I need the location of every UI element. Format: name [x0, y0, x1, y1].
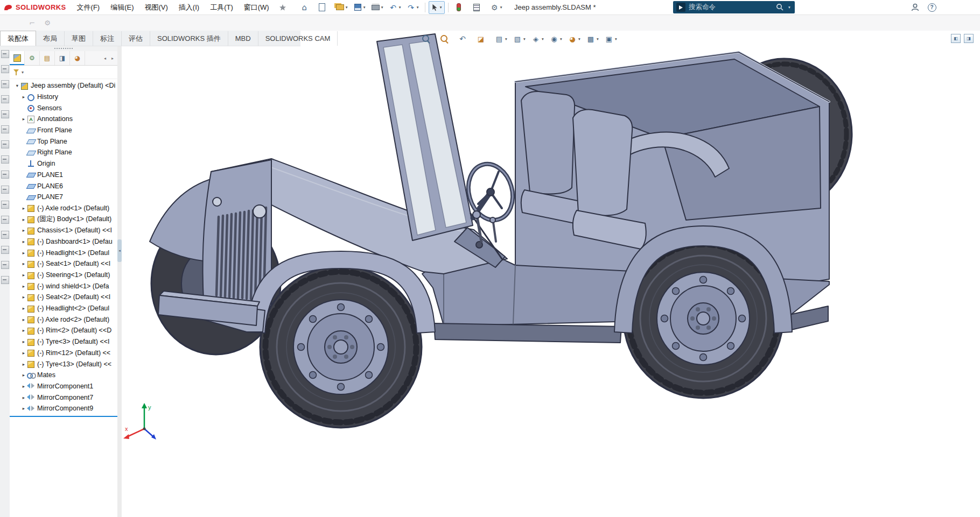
left-tool-icon[interactable]: [1, 65, 9, 73]
tree-item[interactable]: Origin: [10, 158, 117, 169]
zoom-area-icon[interactable]: [438, 33, 454, 44]
left-tool-icon[interactable]: [1, 216, 9, 224]
expand-arrow-icon[interactable]: [20, 328, 27, 333]
hide-show-items-icon[interactable]: [548, 33, 564, 44]
menu-item[interactable]: 工具(T): [205, 1, 239, 15]
undo-icon[interactable]: [387, 2, 404, 13]
new-document-icon[interactable]: [316, 2, 333, 13]
home-icon[interactable]: [298, 2, 315, 13]
display-manager-tab-icon[interactable]: [70, 51, 85, 65]
menu-item[interactable]: 窗口(W): [239, 1, 275, 15]
tree-item[interactable]: (-) Rim<2> (Default) <<D: [10, 325, 117, 336]
tree-item[interactable]: (固定) Body<1> (Default): [10, 214, 117, 225]
tree-item[interactable]: Sensors: [10, 102, 117, 114]
left-tool-icon[interactable]: [1, 110, 9, 118]
open-icon[interactable]: [334, 2, 351, 13]
collapse-pane-right-icon[interactable]: [964, 34, 974, 43]
tree-item[interactable]: (-) Dashboard<1> (Defau: [10, 236, 117, 247]
tree-item[interactable]: (-) Rim<12> (Default) <<: [10, 348, 117, 359]
collapse-pane-left-icon[interactable]: [951, 34, 961, 43]
account-button[interactable]: [910, 2, 920, 12]
tree-item[interactable]: (-) Headlight<1> (Defaul: [10, 247, 117, 258]
configuration-tab-icon[interactable]: [40, 51, 55, 65]
print-icon[interactable]: [369, 2, 386, 13]
expand-arrow-icon[interactable]: [20, 284, 27, 289]
select-tool-button[interactable]: [429, 1, 445, 14]
command-search[interactable]: 搜索命令: [673, 1, 795, 13]
tabs-scroll-right-icon[interactable]: [109, 54, 116, 62]
menu-item[interactable]: 编辑(E): [105, 1, 139, 15]
rebuild-icon[interactable]: [453, 2, 470, 13]
expand-arrow-icon[interactable]: [20, 228, 27, 233]
task-list-icon[interactable]: [471, 2, 487, 13]
filter-funnel-icon[interactable]: [13, 69, 20, 76]
tree-item[interactable]: History: [10, 91, 117, 103]
expand-arrow-icon[interactable]: [20, 395, 27, 400]
tree-item[interactable]: Mates: [10, 370, 117, 381]
left-tool-icon[interactable]: [1, 80, 9, 88]
expand-arrow-icon[interactable]: [20, 306, 27, 311]
tree-item[interactable]: Right Plane: [10, 147, 117, 158]
tree-root-item[interactable]: Jeep assembly (Default) <Di: [10, 80, 117, 91]
tree-item[interactable]: (-) Seat<1> (Default) <<I: [10, 258, 117, 270]
menu-item[interactable]: 视图(V): [139, 1, 173, 15]
options-gear-icon[interactable]: [488, 2, 505, 13]
save-icon[interactable]: [352, 2, 368, 13]
expand-arrow-icon[interactable]: [20, 339, 27, 344]
tree-item[interactable]: Top Plane: [10, 136, 117, 147]
panel-drag-handle[interactable]: [10, 46, 117, 51]
chassis-rail[interactable]: [434, 323, 621, 343]
expand-arrow-icon[interactable]: [20, 406, 27, 411]
left-tool-icon[interactable]: [1, 50, 9, 58]
tree-item[interactable]: MirrorComponent1: [10, 381, 117, 392]
tree-item[interactable]: (-) wind shield<1> (Defa: [10, 280, 117, 292]
tree-item[interactable]: (-) Tyre<13> (Default) <<: [10, 358, 117, 370]
front-left-wheel[interactable]: [260, 266, 422, 428]
expand-arrow-icon[interactable]: [20, 239, 27, 244]
view-orientation-icon[interactable]: [512, 33, 528, 44]
expand-arrow-icon[interactable]: [20, 116, 27, 122]
help-button[interactable]: [927, 2, 937, 12]
edit-appearance-icon[interactable]: [566, 33, 583, 44]
tree-item[interactable]: Chassis<1> (Default) <<I: [10, 225, 117, 236]
command-tab[interactable]: 装配体: [0, 31, 36, 46]
tree-item[interactable]: PLANE1: [10, 169, 117, 181]
left-tool-icon[interactable]: [1, 155, 9, 164]
left-tool-icon[interactable]: [1, 140, 9, 148]
left-tool-icon[interactable]: [1, 95, 9, 103]
search-scope-caret[interactable]: [787, 5, 792, 10]
view-settings-icon[interactable]: [603, 33, 619, 44]
redo-icon[interactable]: [405, 2, 422, 13]
section-view-icon[interactable]: [475, 33, 491, 44]
tree-item[interactable]: (-) Axle rod<1> (Default): [10, 203, 117, 214]
tree-item[interactable]: PLANE7: [10, 192, 117, 203]
left-tool-icon[interactable]: [1, 186, 9, 194]
command-tab[interactable]: MBD: [228, 31, 258, 46]
left-tool-icon[interactable]: [1, 246, 9, 254]
command-tab[interactable]: 评估: [122, 31, 150, 46]
command-tab[interactable]: SOLIDWORKS CAM: [258, 31, 338, 46]
tree-item[interactable]: MirrorComponent9: [10, 403, 117, 414]
expand-arrow-icon[interactable]: [20, 272, 27, 278]
splitter-collapse-handle[interactable]: [117, 239, 122, 262]
expand-arrow-icon[interactable]: [20, 350, 27, 356]
expand-arrow-icon[interactable]: [20, 294, 27, 300]
tree-item[interactable]: (-) Seat<2> (Default) <<I: [10, 292, 117, 303]
expand-arrow-icon[interactable]: [14, 83, 20, 88]
jeep-3d-model[interactable]: y x: [122, 31, 980, 517]
display-style-icon[interactable]: [530, 33, 546, 44]
expand-arrow-icon[interactable]: [20, 250, 27, 256]
search-input[interactable]: 搜索命令: [689, 3, 773, 12]
property-manager-tab-icon[interactable]: [25, 51, 40, 65]
left-tool-icon[interactable]: [1, 125, 9, 133]
dimxpert-tab-icon[interactable]: [55, 51, 70, 65]
favorites-star-icon[interactable]: [279, 4, 286, 11]
left-tool-icon[interactable]: [1, 231, 9, 239]
filter-caret-icon[interactable]: ▾: [22, 70, 24, 75]
menu-item[interactable]: 文件(F): [72, 1, 106, 15]
headlight-left[interactable]: [213, 197, 221, 206]
expand-arrow-icon[interactable]: [20, 94, 27, 100]
tree-item[interactable]: (-) Headlight<2> (Defaul: [10, 303, 117, 314]
left-tool-icon[interactable]: [1, 261, 9, 269]
zoom-fit-icon[interactable]: [420, 33, 436, 44]
